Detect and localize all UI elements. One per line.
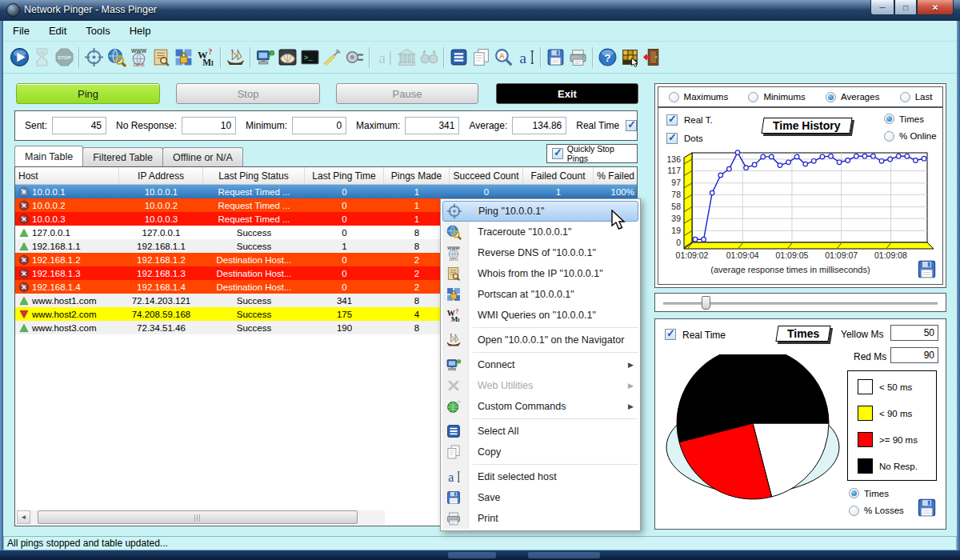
tab-filtered-table[interactable]: Filtered Table <box>82 147 163 166</box>
toolbar-ping-target-button[interactable] <box>82 46 105 70</box>
tab-offline-or-n-a[interactable]: Offline or N/A <box>162 147 243 166</box>
menu-item-connect[interactable]: Connect▶ <box>441 354 640 375</box>
minimize-button[interactable]: ─ <box>870 0 894 15</box>
time-history-unit-radio-times[interactable] <box>884 114 894 124</box>
pause-button[interactable]: Pause <box>336 83 478 104</box>
toolbar-connect-button[interactable] <box>254 46 276 70</box>
chart-mode-radio-minimums[interactable] <box>748 92 758 102</box>
maximize-button[interactable]: □ <box>894 0 917 15</box>
xtools-icon <box>446 378 462 394</box>
toolbar-website-button[interactable] <box>618 46 641 70</box>
menu-item-reverse-dns-of-10-0-0-1[interactable]: WWW192.16Reverse DNS of "10.0.0.1" <box>441 242 640 263</box>
quickly-stop-pings-checkbox[interactable] <box>552 148 563 159</box>
toolbar-copy-button[interactable] <box>470 46 492 70</box>
pie-unit-radio-losses[interactable] <box>849 506 859 516</box>
toolbar-print-button[interactable] <box>566 46 589 70</box>
toolbar-save-button[interactable] <box>544 46 566 70</box>
column-header-host[interactable]: Host <box>15 167 119 184</box>
column-header-succeed-count[interactable]: Succeed Count <box>450 167 523 184</box>
chart-mode-radio-label: Minimums <box>763 92 805 102</box>
yellow-ms-input[interactable] <box>890 325 938 341</box>
svg-text:a: a <box>448 470 454 484</box>
toolbar-edit-host-button[interactable]: a <box>514 46 537 70</box>
toolbar-start-pings-button[interactable] <box>8 46 30 70</box>
cell-host: 10.0.0.3 <box>15 212 119 226</box>
column-header-last-ping-status[interactable]: Last Ping Status <box>203 167 305 184</box>
ping-button[interactable]: Ping <box>16 83 160 104</box>
red-ms-input[interactable] <box>890 347 938 363</box>
column-header-last-ping-time[interactable]: Last Ping Time <box>305 167 384 184</box>
toolbar-exit-button[interactable] <box>641 46 663 70</box>
average-input[interactable] <box>512 117 566 134</box>
menu-file[interactable]: File <box>3 22 39 40</box>
stop-button[interactable]: Stop <box>176 83 320 104</box>
menu-item-wmi-queries-on-10-0-0-1[interactable]: W?MIWMI Queries on "10.0.0.1" <box>441 305 640 326</box>
table-row-10-0-0-1[interactable]: 10.0.0.110.0.0.1Request Timed ...0101100… <box>15 185 637 198</box>
column-header-failed-count[interactable]: Failed Count <box>523 167 594 184</box>
save-pie-button[interactable] <box>916 497 938 518</box>
ship-icon <box>446 332 462 348</box>
toolbar-packet-sender-button[interactable] <box>321 46 343 70</box>
menu-item-whois-from-the-ip-10-0-0-1[interactable]: Whois from the IP "10.0.0.1" <box>441 263 640 284</box>
copy-icon <box>446 444 462 460</box>
menu-item-open-10-0-0-1-on-the-navigator[interactable]: Open "10.0.0.1" on the Navigator <box>441 330 640 350</box>
column-header-pings-made[interactable]: Pings Made <box>384 167 450 184</box>
toolbar-terminal-button[interactable]: >_ <box>298 46 321 70</box>
sent-input[interactable] <box>52 117 106 134</box>
toolbar-whois-button[interactable] <box>150 46 172 70</box>
menu-item-label: Copy <box>478 446 501 458</box>
pie-title: Times <box>775 326 830 342</box>
scrollbar-thumb[interactable] <box>38 510 358 524</box>
pie-real-time-checkbox[interactable] <box>665 329 676 340</box>
toolbar-help-button[interactable]: ? <box>596 46 618 70</box>
toolbar-traceroute-button[interactable] <box>105 46 127 70</box>
real-t-checkbox[interactable] <box>666 114 678 126</box>
menu-item-portscan-at-10-0-0-1[interactable]: Portscan at "10.0.0.1" <box>441 284 640 305</box>
pie-unit-radio-times[interactable] <box>849 488 859 498</box>
menu-edit[interactable]: Edit <box>39 22 76 40</box>
menu-item-custom-commands[interactable]: Custom Commands▶ <box>441 396 640 417</box>
real-time-checkbox[interactable] <box>626 120 637 131</box>
cell-last-ping-status: Success <box>203 294 305 307</box>
column-header-ip-address[interactable]: IP Address <box>119 167 203 184</box>
host-status-fail-ball-icon <box>18 214 30 225</box>
toolbar-find-button[interactable]: A <box>492 46 514 70</box>
minimum-input[interactable] <box>292 117 346 134</box>
menu-item-ping-10-0-0-1[interactable]: Ping "10.0.0.1" <box>442 201 638 222</box>
horizontal-scrollbar[interactable]: ◄ <box>17 510 385 524</box>
toolbar-portscan-button[interactable] <box>172 46 194 70</box>
menu-help[interactable]: Help <box>120 22 161 40</box>
tab-main-table[interactable]: Main Table <box>14 146 83 166</box>
exit-button[interactable]: Exit <box>496 83 638 104</box>
time-history-title: Time History <box>761 118 852 134</box>
scroll-left-arrow[interactable]: ◄ <box>17 510 30 524</box>
toolbar-navigator-button[interactable] <box>224 46 246 70</box>
menu-item-print[interactable]: Print <box>441 508 640 529</box>
toolbar-wmi-queries-button[interactable]: W?MI <box>194 46 217 70</box>
menu-item-select-all[interactable]: Select All <box>441 421 640 442</box>
wmi-icon: W?MI <box>446 307 462 323</box>
save-chart-button[interactable] <box>916 258 938 280</box>
dots-checkbox[interactable] <box>666 133 678 144</box>
host-status-down-tri-icon <box>18 309 30 320</box>
menu-tools[interactable]: Tools <box>76 22 119 40</box>
title-bar[interactable]: Network Pinger - Mass Pinger ─ □ ✕ <box>0 0 960 21</box>
chart-mode-radio-maximums[interactable] <box>669 92 679 102</box>
menu-item-copy[interactable]: Copy <box>441 442 640 462</box>
menu-item-edit-selected-host[interactable]: aEdit selected host <box>441 466 640 487</box>
time-history-unit-radio-online[interactable] <box>884 131 894 142</box>
close-button[interactable]: ✕ <box>917 0 954 15</box>
toolbar-wake-on-lan-button[interactable] <box>343 46 366 70</box>
menu-item-save[interactable]: Save <box>441 487 640 508</box>
toolbar-reverse-dns-button[interactable]: WWW192.16 <box>127 46 150 70</box>
cell-last-ping-status: Success <box>203 321 305 334</box>
status-bar: All pings stopped and table updated... <box>3 536 957 550</box>
chart-mode-radio-last[interactable] <box>900 92 910 102</box>
column-header-failed[interactable]: % Failed <box>594 167 637 184</box>
history-slider-thumb[interactable] <box>702 296 710 310</box>
no-response-input[interactable] <box>182 117 236 134</box>
toolbar-select-all-button[interactable] <box>447 46 470 70</box>
toolbar-shell-button[interactable] <box>276 46 298 70</box>
maximum-input[interactable] <box>405 117 459 134</box>
chart-mode-radio-averages[interactable] <box>826 92 836 102</box>
